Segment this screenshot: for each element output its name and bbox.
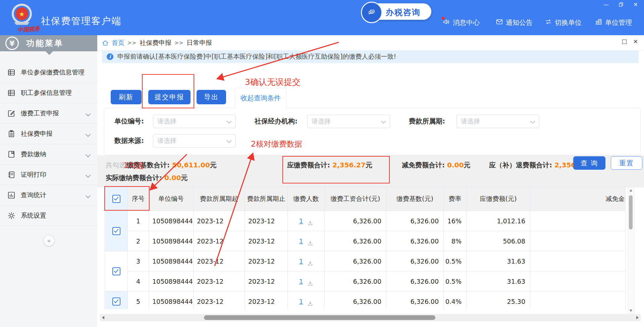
cell-base: 6,326.00 xyxy=(386,211,444,231)
group-checkbox-cell xyxy=(105,211,128,251)
panel-window-controls: ✕ xyxy=(622,40,638,44)
tax-consult-label: 办税咨询 xyxy=(386,7,421,18)
scroll-left-icon[interactable] xyxy=(102,316,104,319)
menu-switch-unit[interactable]: 切换单位 xyxy=(545,17,582,28)
sidebar-item-employee-insured-info[interactable]: 职工参保信息管理 xyxy=(0,83,97,103)
cell-seq: 2 xyxy=(128,231,149,251)
fee-period-select[interactable]: 请选择 xyxy=(457,115,539,128)
agency-select[interactable]: 请选择 xyxy=(307,115,390,128)
edit-icon xyxy=(7,109,15,117)
breadcrumb: 首页 >> 社保费申报 >> 日常申报 xyxy=(102,39,212,47)
cell-rate: 0.5% xyxy=(444,271,467,291)
horizontal-scroll-thumb[interactable] xyxy=(204,315,435,320)
minimize-icon[interactable]: — xyxy=(603,1,609,7)
sidebar-item-social-fee-declare[interactable]: 社保费申报 xyxy=(0,124,97,144)
tax-bureau-logo: ★ xyxy=(10,3,34,27)
payer-count-link[interactable]: 1 xyxy=(299,278,303,285)
download-icon[interactable] xyxy=(307,260,313,266)
close-icon[interactable]: ✕ xyxy=(633,40,638,44)
payer-count-link[interactable]: 1 xyxy=(299,258,303,265)
sidebar-item-certificate-print[interactable]: 证明打印 xyxy=(0,165,97,185)
sidebar-item-salary-declare[interactable]: 缴费工资申报 xyxy=(0,103,97,124)
collapse-query-tab-label: 收起查询条件 xyxy=(240,94,281,103)
summary-label: 应（补）退费额合计: xyxy=(489,161,552,169)
book-icon xyxy=(7,150,15,158)
cell-base: 6,326.00 xyxy=(386,251,444,271)
summary-reduction-total: 减免费额合计: 0.00元 xyxy=(402,161,470,170)
sidebar-item-fee-payment[interactable]: 费款缴纳 xyxy=(0,144,97,165)
sidebar-item-system-settings[interactable]: 系统设置 xyxy=(0,206,97,226)
sidebar-header-label: 功能菜单 xyxy=(26,38,64,49)
app-window: ★ 中国税务 社保费管理客户端 办税咨询 消息中心 通知公告 xyxy=(0,0,644,327)
vertical-scrollbar[interactable] xyxy=(628,187,634,314)
row-group-checkbox[interactable] xyxy=(112,297,120,306)
scroll-right-icon[interactable] xyxy=(636,316,639,319)
menu-unit-management[interactable]: 单位管理 xyxy=(595,17,632,28)
data-source-select[interactable]: 请选择 xyxy=(153,134,236,148)
menu-message-center[interactable]: 消息中心 xyxy=(443,17,480,28)
summary-value: 0.00 xyxy=(447,161,464,169)
collapse-query-tab[interactable]: 收起查询条件 xyxy=(235,88,286,108)
breadcrumb-home[interactable]: 首页 xyxy=(112,39,124,47)
payer-count-link[interactable]: 1 xyxy=(299,217,303,225)
summary-label: 缴费基数合计: xyxy=(127,161,170,169)
envelope-icon xyxy=(496,18,503,27)
breadcrumb-level2: 日常申报 xyxy=(186,39,212,47)
restore-icon[interactable] xyxy=(618,1,624,7)
field-label-data-source: 数据来源: xyxy=(114,136,144,145)
refresh-button[interactable]: 刷新 xyxy=(111,90,142,104)
declare-table: 序号 单位编号 费款所属期起 费款所属期止 缴费人数 缴费工资合计(元) 缴费基… xyxy=(105,187,626,309)
scroll-down-icon[interactable] xyxy=(630,310,632,312)
svg-text:★: ★ xyxy=(19,10,25,18)
menu-notice-bulletin[interactable]: 通知公告 xyxy=(496,17,533,28)
sidebar-item-query-statistics[interactable]: 查询统计 xyxy=(0,185,97,206)
chevron-down-icon xyxy=(227,138,231,143)
cell-payer-count: 1 xyxy=(288,291,325,310)
vertical-scroll-thumb[interactable] xyxy=(629,195,633,229)
main-panel: 首页 >> 社保费申报 >> 日常申报 ✕ i 申报前请确认[基本医疗保险费]中… xyxy=(97,35,644,327)
table-row: 1 10508984442 2023-12 2023-12 1 6,326.00… xyxy=(105,211,626,231)
row-group-checkbox[interactable] xyxy=(112,267,120,275)
sidebar-collapse-button[interactable]: « xyxy=(43,235,55,246)
row-group-checkbox[interactable] xyxy=(112,227,120,235)
cell-reduction xyxy=(530,291,626,310)
summary-actual-paid-total: 实际缴纳费额合计: 0.00元 xyxy=(106,173,187,182)
cell-unit-no: 10508984442 xyxy=(149,271,194,291)
download-icon[interactable] xyxy=(307,240,313,246)
export-button[interactable]: 导出 xyxy=(197,90,226,104)
chevron-down-icon xyxy=(227,119,231,123)
cell-seq: 3 xyxy=(128,251,149,271)
payer-count-link[interactable]: 1 xyxy=(299,298,303,305)
chevron-down-icon xyxy=(86,132,91,137)
app-title: 社保费管理客户端 xyxy=(41,15,121,28)
table-icon xyxy=(7,89,15,97)
payer-count-link[interactable]: 1 xyxy=(299,237,303,245)
tax-consult-button[interactable]: 办税咨询 xyxy=(362,3,431,20)
cell-unit-no: 10508984442 xyxy=(149,231,194,251)
maximize-icon[interactable] xyxy=(622,40,627,44)
download-icon[interactable] xyxy=(307,220,313,226)
swap-icon xyxy=(545,18,552,27)
alert-text: 申报前请确认[基本医疗保险费]中[职工基本医疗保险]和[职工大额医疗互助保险]的… xyxy=(117,52,396,61)
summary-bar: 共勾选5条 缴费基数合计: 50,611.00元 应缴费额合计: 2,356.2… xyxy=(97,155,644,187)
download-icon[interactable] xyxy=(307,280,313,286)
download-icon[interactable] xyxy=(307,301,313,307)
scroll-up-icon[interactable] xyxy=(630,189,632,192)
horizontal-scrollbar[interactable] xyxy=(100,314,641,321)
home-icon xyxy=(102,40,109,46)
search-button[interactable]: 查 询 xyxy=(573,156,605,170)
cell-unit-no: 10508984442 xyxy=(149,251,194,271)
chevron-down-icon xyxy=(86,173,91,178)
cell-period-start: 2023-12 xyxy=(194,271,245,291)
unit-no-select[interactable]: 请选择 xyxy=(153,115,236,128)
select-placeholder: 请选择 xyxy=(157,117,176,126)
close-icon[interactable]: ✕ xyxy=(633,1,639,7)
submit-declare-button[interactable]: 提交申报 xyxy=(148,90,191,104)
cell-payable: 31.63 xyxy=(467,251,530,271)
app-header: ★ 中国税务 社保费管理客户端 办税咨询 消息中心 通知公告 xyxy=(0,0,644,35)
sidebar-item-unit-insured-info[interactable]: 单位参保缴费信息管理 xyxy=(0,62,97,83)
summary-value: 0.00 xyxy=(164,174,181,182)
reset-button[interactable]: 重置 xyxy=(611,156,642,170)
select-all-checkbox[interactable] xyxy=(112,195,120,203)
cell-salary-total: 6,326.00 xyxy=(325,291,386,310)
